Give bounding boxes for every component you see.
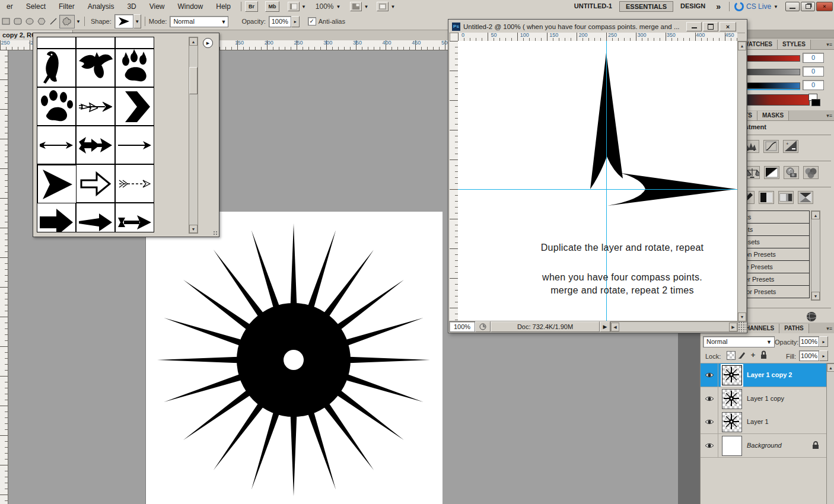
panel-menu-icon[interactable]: ▾≡ [824,111,834,120]
line-tool-icon[interactable] [47,15,59,27]
gradient-map-adjustment-icon[interactable] [778,191,794,204]
tab-styles[interactable]: STYLES [778,40,811,49]
shape-cell-block-arrow[interactable] [37,203,76,232]
channel-mixer-adjustment-icon[interactable] [803,166,819,179]
main-v-ruler[interactable] [0,50,8,504]
doc-h-ruler[interactable]: 050100150200250300350400450 [458,33,737,42]
doc-v-scrollbar[interactable]: ▲ ▼ [737,41,747,322]
view-extras-button[interactable] [288,2,300,11]
layer-thumbnail[interactable] [722,389,742,409]
arrange-documents-button[interactable] [350,2,362,11]
scroll-down-button[interactable]: ▼ [738,312,746,321]
shape-cell-dog-paw[interactable] [37,87,76,126]
fill-stepper[interactable]: ▸ [819,350,828,361]
doc-h-scrollbar[interactable]: ◀ ▶ [610,321,738,332]
main-canvas[interactable] [145,212,443,504]
resize-grip[interactable] [738,321,746,332]
workspace-overflow[interactable]: » [711,0,725,13]
exposure-adjustment-icon[interactable]: + [783,140,798,153]
shape-picker-menu-button[interactable]: ▶ [203,38,213,48]
layer-row-background[interactable]: Background [701,434,826,458]
blend-mode-select[interactable]: Normal ▼ [703,336,775,347]
layer-row-layer-1-copy[interactable]: Layer 1 copy [701,387,826,411]
shape-cell-dashed-arrow[interactable] [115,164,154,203]
screen-mode-button[interactable] [377,2,389,11]
shape-cell-thin-arrow[interactable] [37,126,76,164]
shape-cell-heavy-arrow[interactable] [76,126,115,164]
bridge-button[interactable]: Br [245,1,258,12]
menu-item-er[interactable]: er [0,0,20,13]
green-value-field[interactable]: 0 [803,66,824,76]
shape-cell-fletched-arrow[interactable] [115,203,154,232]
custom-shape-tool-icon[interactable] [59,15,75,28]
chevron-down-icon[interactable]: ▼ [364,4,368,9]
layer-thumbnail[interactable] [722,412,742,432]
lock-paint-icon[interactable] [738,350,746,359]
menu-item-window[interactable]: Window [171,0,210,13]
layer-thumbnail[interactable] [722,436,742,456]
scroll-right-button[interactable]: ▶ [729,323,737,331]
layer-visibility-toggle[interactable] [701,434,718,457]
workspace-button-untitled-1[interactable]: UNTITLED-1 [568,1,618,12]
shape-cell-cat-paw[interactable] [115,49,154,87]
layer-visibility-toggle[interactable] [701,387,718,410]
shape-cell-animal-partial-2[interactable] [76,37,115,49]
ellipse-tool-icon[interactable] [24,15,36,27]
rounded-rectangle-tool-icon[interactable] [12,15,24,27]
shape-cell-parrot[interactable] [37,49,76,87]
selective-color-adjustment-icon[interactable] [798,191,813,204]
chevron-down-icon[interactable]: ▼ [336,4,341,9]
scroll-down-button[interactable]: ▼ [189,225,198,233]
opacity-stepper[interactable]: ▸ [291,16,300,27]
shape-preview-button[interactable] [114,14,133,28]
window-title-bar[interactable]: Ps Untitled-2 @ 100% ( when you have fou… [449,20,745,33]
status-menu-button[interactable]: ▶ [600,321,610,332]
status-doc-size[interactable]: Doc: 732.4K/1.90M [491,321,600,332]
lock-move-icon[interactable]: + [749,350,757,359]
shape-cell-animal-partial-3[interactable] [115,37,154,49]
antialias-checkbox[interactable]: ✓ [308,17,316,25]
panel-menu-icon[interactable]: ▾≡ [824,40,834,49]
lock-all-icon[interactable] [760,350,768,359]
doc-v-ruler[interactable] [450,41,459,321]
shape-cell-animal-partial-1[interactable] [37,37,76,49]
close-button[interactable]: × [816,2,833,11]
shape-cell-outline-arrow[interactable] [76,164,115,203]
clock-icon[interactable] [475,321,491,332]
zoom-level-control[interactable]: 100% [316,2,334,11]
lock-transparency-icon[interactable] [727,351,736,360]
menu-item-select[interactable]: Select [20,0,52,13]
tab-masks[interactable]: MASKS [757,111,789,120]
ramp-black-swatch[interactable] [811,99,820,106]
minimize-button[interactable] [785,2,800,11]
layer-visibility-toggle[interactable] [701,363,718,387]
polygon-tool-icon[interactable] [36,15,47,27]
red-value-field[interactable]: 0 [803,53,824,63]
menu-item-view[interactable]: View [143,0,171,13]
opacity-field[interactable]: 100% [799,336,819,347]
blue-value-field[interactable]: 0 [803,80,824,90]
cs-live-button[interactable]: CS Live [746,2,771,11]
mode-select[interactable]: Normal ▼ [170,16,228,27]
doc-canvas[interactable]: Duplicate the layer and rotate, repeat w… [458,41,737,321]
maximize-button[interactable] [703,22,718,31]
shape-cell-chevron-arrow[interactable] [115,87,154,126]
layer-thumbnail[interactable] [722,365,742,385]
layer-row-layer-1[interactable]: Layer 1 [701,410,826,434]
shape-cell-plain-arrow[interactable] [115,126,154,164]
scroll-left-button[interactable]: ◀ [611,323,619,331]
scroll-up-button[interactable]: ▲ [189,37,198,46]
chevron-down-icon[interactable]: ▼ [390,4,395,9]
scroll-thumb[interactable] [189,67,198,94]
curves-adjustment-icon[interactable] [763,140,779,153]
scroll-up-button[interactable]: ▲ [738,42,746,50]
resize-grip[interactable] [213,231,218,235]
scroll-up-button[interactable]: ▲ [811,211,820,219]
status-zoom-field[interactable]: 100% [449,321,475,332]
layers-scrollbar[interactable]: ▲ [826,363,834,504]
photo-filter-adjustment-icon[interactable] [784,166,799,179]
menu-item-help[interactable]: Help [209,0,237,13]
fill-field[interactable]: 100% [799,350,819,361]
opacity-field[interactable]: 100% [269,16,291,27]
restore-button[interactable] [801,2,815,11]
